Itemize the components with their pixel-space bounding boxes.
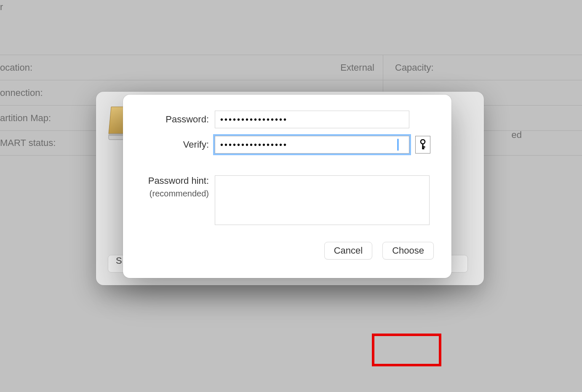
info-label-partition-map: artition Map: xyxy=(0,113,51,124)
dialog-button-row: Cancel Choose xyxy=(140,242,435,260)
info-row-location: ocation: External Capacity: xyxy=(0,55,582,80)
hint-sublabel: (recommended) xyxy=(140,189,209,199)
annotation-highlight-box xyxy=(372,334,441,366)
hint-row: Password hint: (recommended) xyxy=(140,175,435,225)
truncated-text-ed: ed xyxy=(512,130,522,140)
password-dialog: Password: Verify: Password hint: (recomm… xyxy=(123,95,451,278)
svg-rect-4 xyxy=(422,146,425,148)
key-icon xyxy=(419,139,427,150)
password-assistant-button[interactable] xyxy=(415,136,430,154)
info-label-smart-status: MART status: xyxy=(0,138,56,148)
verify-row: Verify: xyxy=(140,136,435,154)
hint-textarea[interactable] xyxy=(215,175,430,225)
info-label-connection: onnection: xyxy=(0,87,43,98)
svg-point-2 xyxy=(421,140,425,144)
password-label: Password: xyxy=(140,114,215,125)
verify-label: Verify: xyxy=(140,139,215,150)
password-row: Password: xyxy=(140,111,435,128)
verify-input[interactable] xyxy=(215,136,409,154)
info-label-capacity: Capacity: xyxy=(395,62,434,73)
hint-label: Password hint: xyxy=(140,175,209,186)
truncated-header-text: r xyxy=(0,0,3,14)
svg-rect-5 xyxy=(422,148,424,149)
info-label-location: ocation: xyxy=(0,62,32,73)
text-caret xyxy=(398,139,398,151)
password-input[interactable] xyxy=(215,111,409,128)
choose-button[interactable]: Choose xyxy=(382,242,434,260)
cancel-button[interactable]: Cancel xyxy=(324,242,372,260)
info-value-location: External xyxy=(340,62,374,73)
